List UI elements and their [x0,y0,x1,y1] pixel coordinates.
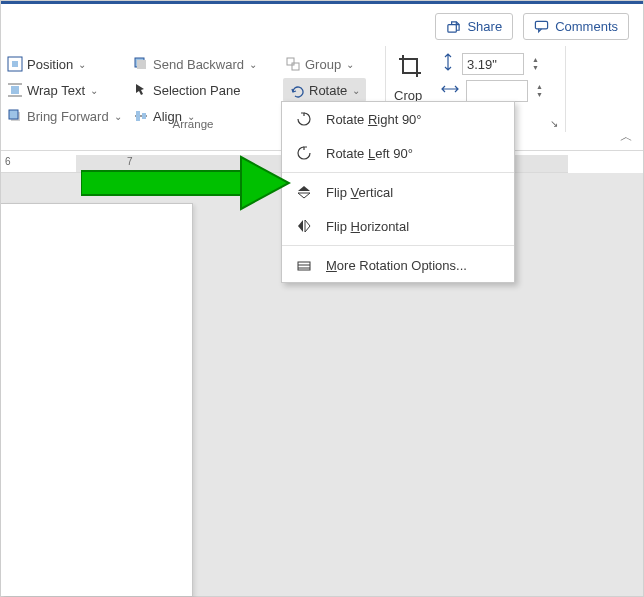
wrap-text-icon [7,82,23,98]
height-icon [440,52,456,76]
comments-label: Comments [555,19,618,34]
send-backward-label: Send Backward [153,57,244,72]
flip-vertical-label: Flip Vertical [326,185,393,200]
position-button[interactable]: Position⌄ [5,52,88,76]
ruler-active [1,155,76,172]
flip-vertical-item[interactable]: Flip Vertical [282,175,514,209]
more-rotation-icon [294,255,314,275]
rotate-button[interactable]: Rotate⌄ [283,78,366,102]
ruler-mark-6: 6 [5,156,11,167]
rotate-left-90-item[interactable]: Rotate Left 90° [282,136,514,170]
spin-down-icon[interactable]: ▼ [534,91,545,99]
flip-horizontal-item[interactable]: Flip Horizontal [282,209,514,243]
group-label: Group [305,57,341,72]
height-field[interactable]: ▲▼ [440,52,541,76]
more-rotation-options-item[interactable]: More Rotation Options... [282,248,514,282]
crop-icon [396,52,424,80]
collapse-ribbon-button[interactable]: ︿ [620,128,633,146]
spin-down-icon[interactable]: ▼ [530,64,541,72]
group-button[interactable]: Group⌄ [283,52,356,76]
width-field[interactable]: ▲▼ [440,80,545,102]
comments-button[interactable]: Comments [523,13,629,40]
rotate-icon [289,82,305,98]
chevron-up-icon: ︿ [620,129,633,144]
ruler-mark-7: 7 [127,156,133,167]
document-page[interactable] [1,203,193,596]
width-icon [440,81,460,101]
svg-rect-0 [448,25,456,33]
group-icon [285,56,301,72]
rotate-dropdown: Rotate Right 90° Rotate Left 90° Flip Ve… [281,101,515,283]
rotate-label: Rotate [309,83,347,98]
selection-pane-label: Selection Pane [153,83,240,98]
spin-up-icon[interactable]: ▲ [534,83,545,91]
position-label: Position [27,57,73,72]
svg-rect-15 [292,63,299,70]
title-bar-accent [1,1,643,4]
crop-button[interactable] [394,54,426,78]
selection-pane-icon [133,82,149,98]
menu-separator [282,245,514,246]
comment-icon [534,19,549,34]
svg-rect-10 [137,60,146,69]
share-label: Share [467,19,502,34]
height-input[interactable] [462,53,524,75]
chevron-down-icon: ⌄ [352,85,360,96]
height-spinner[interactable]: ▲▼ [530,56,541,72]
svg-rect-3 [12,61,18,67]
share-button[interactable]: Share [435,13,513,40]
flip-horizontal-label: Flip Horizontal [326,219,409,234]
svg-rect-14 [287,58,294,65]
rotate-right-label: Rotate Right 90° [326,112,422,127]
chevron-down-icon: ⌄ [78,59,86,70]
position-icon [7,56,23,72]
send-backward-button[interactable]: Send Backward⌄ [131,52,259,76]
menu-separator [282,172,514,173]
spin-up-icon[interactable]: ▲ [530,56,541,64]
wrap-text-label: Wrap Text [27,83,85,98]
svg-rect-4 [11,86,19,94]
send-backward-icon [133,56,149,72]
chevron-down-icon: ⌄ [249,59,257,70]
flip-horizontal-icon [294,216,314,236]
rotate-left-label: Rotate Left 90° [326,146,413,161]
chevron-down-icon: ⌄ [346,59,354,70]
rotate-left-icon [294,143,314,163]
rotate-right-icon [294,109,314,129]
svg-rect-1 [536,21,548,29]
share-icon [446,19,461,34]
width-spinner[interactable]: ▲▼ [534,83,545,99]
svg-rect-16 [298,262,310,270]
width-input[interactable] [466,80,528,102]
rotate-right-90-item[interactable]: Rotate Right 90° [282,102,514,136]
selection-pane-button[interactable]: Selection Pane [131,78,242,102]
title-bar-buttons: Share Comments [435,13,629,40]
more-rotation-label: More Rotation Options... [326,258,467,273]
chevron-down-icon: ⌄ [90,85,98,96]
wrap-text-button[interactable]: Wrap Text⌄ [5,78,100,102]
flip-vertical-icon [294,182,314,202]
